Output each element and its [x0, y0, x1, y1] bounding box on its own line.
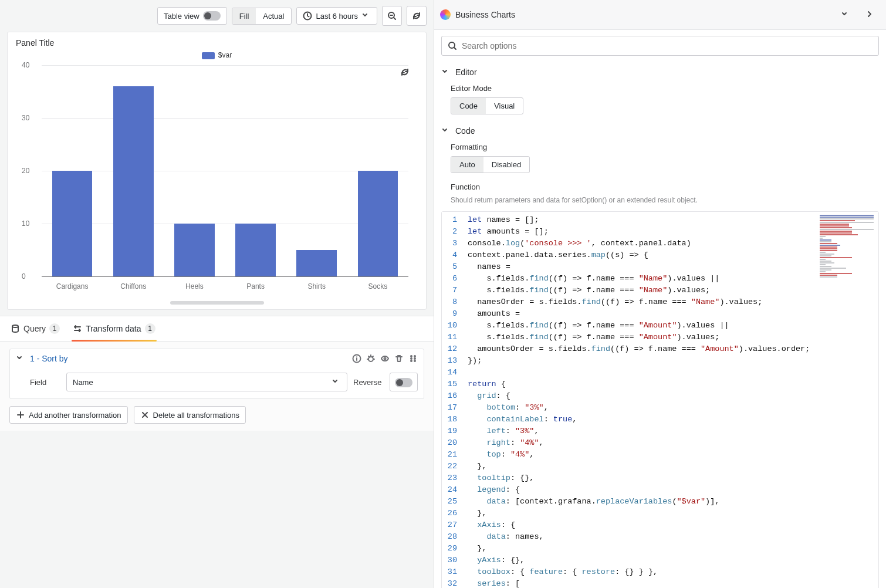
- y-tick-label: 20: [22, 167, 29, 175]
- transform-icon: [73, 324, 82, 333]
- editor-mode-visual[interactable]: Visual: [486, 98, 523, 114]
- transform-row-header[interactable]: 1 - Sort by: [10, 349, 424, 368]
- drag-handle-icon[interactable]: [408, 354, 418, 363]
- code-line[interactable]: },: [468, 508, 875, 519]
- tab-query-label: Query: [23, 324, 46, 333]
- code-line[interactable]: grid: {: [468, 390, 875, 402]
- svg-point-5: [384, 358, 386, 360]
- tab-transform[interactable]: Transform data 1: [72, 316, 156, 341]
- code-editor[interactable]: 1234567891011121314151617181920212223242…: [441, 211, 879, 588]
- code-line[interactable]: amounts =: [468, 308, 875, 320]
- bar-shirts[interactable]: Shirts: [286, 65, 347, 276]
- zoom-out-icon: [387, 11, 397, 21]
- svg-point-10: [414, 358, 415, 359]
- section-code[interactable]: Code: [441, 124, 879, 141]
- code-line[interactable]: series: [: [468, 578, 875, 588]
- y-tick-label: 0: [22, 272, 26, 281]
- add-transformation-label: Add another transformation: [29, 411, 121, 420]
- code-line[interactable]: namesOrder = s.fields.find((f) => f.name…: [468, 296, 875, 308]
- section-editor-label: Editor: [455, 67, 477, 77]
- actual-option[interactable]: Actual: [256, 8, 291, 24]
- bar-heels[interactable]: Heels: [164, 65, 225, 276]
- search-options-input[interactable]: [441, 36, 879, 56]
- code-line[interactable]: data: names,: [468, 531, 875, 543]
- search-options-field[interactable]: [462, 41, 873, 50]
- code-line[interactable]: toolbox: { feature: { restore: {} } },: [468, 566, 875, 578]
- chart-area: $var 010203040CardigansChiffonsHeelsPant…: [16, 51, 418, 298]
- code-line[interactable]: legend: {: [468, 484, 875, 496]
- editor-mode-code[interactable]: Code: [451, 98, 486, 114]
- add-transformation-button[interactable]: Add another transformation: [9, 406, 128, 424]
- code-line[interactable]: containLabel: true,: [468, 414, 875, 425]
- code-line[interactable]: console.log('console >>> ', context.pane…: [468, 238, 875, 249]
- formatting-auto[interactable]: Auto: [451, 157, 483, 173]
- field-select[interactable]: Name: [66, 373, 347, 391]
- delete-transformations-label: Delete all transformations: [153, 411, 239, 420]
- code-body[interactable]: let names = [];let amounts = [];console.…: [463, 212, 878, 588]
- field-label: Field: [30, 378, 60, 387]
- code-line[interactable]: s.fields.find((f) => f.name === "Amount"…: [468, 320, 875, 332]
- debug-icon[interactable]: [366, 354, 376, 363]
- code-line[interactable]: s.fields.find((f) => f.name === "Amount"…: [468, 332, 875, 343]
- section-editor[interactable]: Editor: [441, 65, 879, 83]
- code-line[interactable]: yAxis: {},: [468, 555, 875, 566]
- code-line[interactable]: let names = [];: [468, 214, 875, 226]
- tab-query[interactable]: Query 1: [9, 316, 61, 341]
- refresh-button[interactable]: [407, 6, 427, 26]
- code-minimap[interactable]: [817, 214, 876, 290]
- fill-actual-segment: Fill Actual: [232, 8, 292, 25]
- chart-plot: 010203040CardigansChiffonsHeelsPantsShir…: [42, 65, 408, 276]
- info-icon[interactable]: [352, 354, 361, 363]
- editor-mode-label: Editor Mode: [441, 83, 879, 97]
- code-line[interactable]: names =: [468, 261, 875, 273]
- code-line[interactable]: s.fields.find((f) => f.name === "Name").…: [468, 285, 875, 296]
- horizontal-scroll-thumb[interactable]: [170, 301, 264, 305]
- table-view-toggle[interactable]: Table view: [157, 7, 227, 25]
- bar-pants[interactable]: Pants: [225, 65, 286, 276]
- code-line[interactable]: let amounts = [];: [468, 226, 875, 238]
- code-line[interactable]: top: "4%",: [468, 449, 875, 461]
- code-line[interactable]: amountsOrder = s.fields.find((f) => f.na…: [468, 343, 875, 355]
- svg-point-7: [411, 358, 412, 359]
- chevron-right-icon: [865, 10, 875, 19]
- time-range-picker[interactable]: Last 6 hours: [296, 7, 377, 25]
- fill-option[interactable]: Fill: [232, 8, 256, 24]
- reverse-toggle[interactable]: [390, 373, 418, 391]
- code-line[interactable]: tooltip: {},: [468, 472, 875, 484]
- code-line[interactable]: xAxis: {: [468, 519, 875, 531]
- formatting-disabled[interactable]: Disabled: [483, 157, 530, 173]
- svg-point-9: [414, 356, 415, 357]
- options-header: Business Charts: [434, 0, 886, 30]
- tab-transform-badge: 1: [145, 323, 155, 334]
- code-line[interactable]: return {: [468, 379, 875, 390]
- transform-row: 1 - Sort by Field Name Reverse: [9, 349, 424, 399]
- tab-transform-label: Transform data: [86, 324, 141, 333]
- code-gutter: 1234567891011121314151617181920212223242…: [442, 212, 463, 588]
- bar-chiffons[interactable]: Chiffons: [103, 65, 164, 276]
- eye-icon[interactable]: [380, 354, 390, 363]
- formatting-label: Formatting: [441, 141, 879, 156]
- code-line[interactable]: },: [468, 461, 875, 472]
- code-line[interactable]: right: "4%",: [468, 437, 875, 449]
- code-line[interactable]: },: [468, 543, 875, 555]
- collapse-options-button[interactable]: [836, 5, 855, 25]
- code-line[interactable]: [468, 367, 875, 379]
- close-options-button[interactable]: [860, 5, 880, 25]
- code-line[interactable]: bottom: "3%",: [468, 402, 875, 414]
- tab-query-badge: 1: [49, 323, 60, 334]
- bar-cardigans[interactable]: Cardigans: [42, 65, 103, 276]
- code-line[interactable]: s.fields.find((f) => f.name === "Name").…: [468, 273, 875, 285]
- code-line[interactable]: context.panel.data.series.map((s) => {: [468, 249, 875, 261]
- time-range-label: Last 6 hours: [316, 12, 358, 21]
- trash-icon[interactable]: [394, 354, 404, 363]
- code-line[interactable]: left: "3%",: [468, 425, 875, 437]
- code-line[interactable]: });: [468, 355, 875, 367]
- x-icon: [140, 410, 150, 420]
- bar-socks[interactable]: Socks: [347, 65, 408, 276]
- zoom-out-button[interactable]: [382, 6, 402, 26]
- field-select-value: Name: [73, 378, 93, 387]
- code-line[interactable]: data: [context.grafana.replaceVariables(…: [468, 496, 875, 508]
- delete-transformations-button[interactable]: Delete all transformations: [134, 406, 246, 424]
- chart-legend[interactable]: $var: [16, 51, 418, 59]
- refresh-icon: [412, 11, 421, 21]
